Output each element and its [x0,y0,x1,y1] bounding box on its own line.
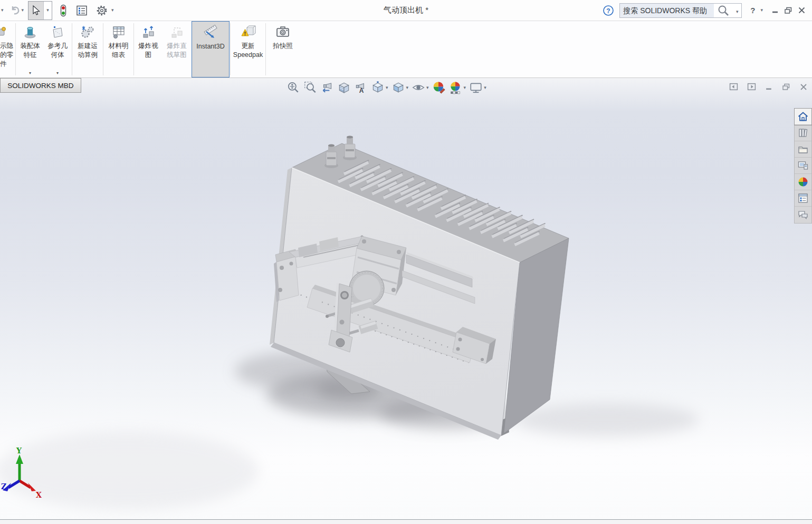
ribbon-explode-line-sketch: 爆炸直 线草图 [162,21,192,77]
restore-button[interactable] [784,2,792,20]
zoom-to-fit-button[interactable] [286,81,300,94]
view-settings-button[interactable]: ▾ [469,81,486,94]
view-palette-icon [797,160,809,171]
select-arrow-icon [32,5,40,16]
ribbon-bill-of-materials[interactable]: 材料明 细表 [104,21,133,77]
zoom-to-area-button[interactable] [303,81,317,94]
minimize-button[interactable] [771,2,779,20]
ribbon-instant3d[interactable]: Instant3D [192,21,230,77]
dynamic-annotation-views-button[interactable]: A [354,81,368,94]
taskpane-design-library[interactable] [795,125,811,141]
display-style-caret[interactable]: ▾ [406,85,409,90]
headsup-toolbar: A ▾ ▾ [286,81,486,94]
explode-line-sketch-icon [169,24,185,41]
search-scope-caret[interactable]: ▾ [733,6,741,15]
bom-icon [111,24,127,41]
dynamic-annotation-views-icon: A [354,81,368,94]
apply-scene-caret[interactable]: ▾ [464,85,466,90]
triad-z-label: Z [1,482,6,491]
edit-appearance-icon [432,81,446,94]
graphics-area[interactable]: Y X Z SOLIDWORKS MBD [0,78,812,524]
solidworks-window: ▾ ▾ ▾ [0,0,812,524]
select-tool-button[interactable] [28,2,43,20]
triad-x-label: X [36,491,42,499]
custom-properties-icon [797,192,809,204]
ribbon-take-snapshot[interactable]: 拍快照 [266,21,299,77]
help-button[interactable]: ? [750,6,755,15]
interrupt-button[interactable] [59,2,68,20]
window-bottom-edge [0,519,812,524]
ribbon-reference-geometry[interactable]: 参考几 何体 ▾ [44,21,71,77]
view-orientation-button[interactable]: ▾ [371,81,388,94]
options-list-button[interactable] [75,2,88,20]
undo-icon [9,5,22,16]
select-tool-caret[interactable]: ▾ [43,2,52,20]
view-settings-icon [469,81,483,94]
search-icon [717,4,730,17]
collapse-left-pane-icon[interactable] [729,82,738,91]
ribbon-assembly-features[interactable]: 装配体 特征 ▾ [16,21,44,77]
restore-icon [784,6,792,15]
task-pane [794,108,812,224]
model-scene: Y X Z [0,78,812,524]
taskpane-custom-properties[interactable] [795,190,811,207]
doc-minimize-icon[interactable] [765,83,773,91]
search-submit[interactable] [714,4,733,17]
clipped-toolbar-caret[interactable]: ▾ [1,8,4,13]
triad-y-label: Y [16,447,22,455]
motion-study-icon [80,24,95,41]
ribbon-show-hidden-components[interactable]: 示隐 的零 件 [0,21,15,77]
view-orientation-icon [371,81,385,94]
close-button[interactable] [798,2,806,20]
instant3d-icon [202,24,219,41]
display-style-icon [391,81,405,94]
properties-icon [75,5,88,16]
previous-view-button[interactable] [320,81,334,94]
zoom-to-area-icon [303,81,317,94]
assembly-features-caret[interactable]: ▾ [29,71,31,75]
apply-scene-button[interactable]: ▾ [449,81,466,94]
close-icon [798,6,806,14]
search-input[interactable] [620,4,714,17]
tab-solidworks-mbd[interactable]: SOLIDWORKS MBD [0,78,81,93]
document-window-controls [729,82,808,91]
zoom-to-fit-icon [286,81,300,94]
settings-caret[interactable]: ▾ [111,8,114,13]
section-view-button[interactable] [337,81,351,94]
design-library-icon [797,127,809,139]
view-orientation-caret[interactable]: ▾ [386,85,388,90]
ribbon-update-speedpak[interactable]: 更新 Speedpak [231,21,265,77]
svg-text:?: ? [607,7,610,14]
forum-icon [797,209,809,221]
hide-show-items-button[interactable]: ▾ [412,81,429,94]
gear-icon [95,4,108,17]
help-caret[interactable]: ▾ [760,8,763,13]
taskpane-file-explorer[interactable] [795,141,811,158]
view-settings-caret[interactable]: ▾ [484,85,486,90]
taskpane-solidworks-forum[interactable] [795,207,811,223]
display-style-button[interactable]: ▾ [391,81,409,94]
apply-scene-icon [449,81,463,94]
update-speedpak-icon [240,24,256,41]
doc-close-icon[interactable] [799,83,808,91]
select-tool-group: ▾ [28,1,52,20]
expand-right-pane-icon[interactable] [747,82,756,91]
snapshot-icon [275,24,291,41]
ribbon-new-motion-study[interactable]: 新建运 动算例 [73,21,102,77]
reference-geometry-caret[interactable]: ▾ [56,71,59,75]
svg-text:A: A [359,87,364,94]
taskpane-appearances-scenes[interactable] [795,174,811,190]
edit-appearance-button[interactable] [432,81,446,94]
settings-button[interactable] [95,2,108,20]
ribbon-exploded-view[interactable]: 爆炸视 图 [135,21,162,77]
undo-caret[interactable]: ▾ [22,8,24,13]
undo-button[interactable] [9,2,22,20]
hide-show-items-icon [412,81,425,94]
search-box: ▾ [619,3,742,18]
titlebar: ▾ ▾ ▾ [0,0,812,21]
taskpane-solidworks-resources[interactable] [795,109,811,125]
taskpane-view-palette[interactable] [795,158,811,174]
hide-show-caret[interactable]: ▾ [426,85,429,90]
reference-geometry-icon [50,24,65,41]
doc-restore-icon[interactable] [782,83,790,91]
